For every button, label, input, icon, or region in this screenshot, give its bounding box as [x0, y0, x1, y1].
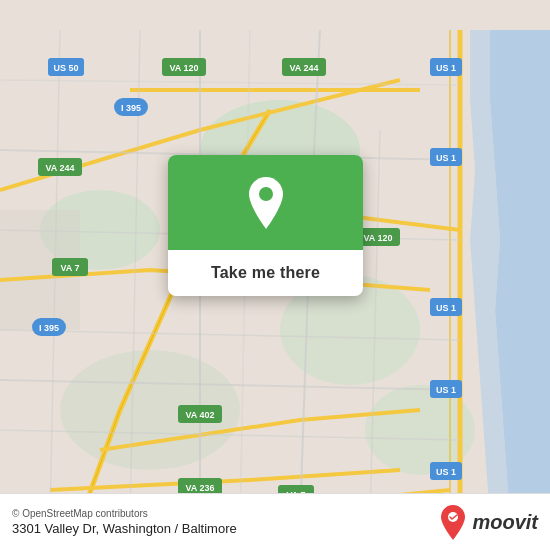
bottom-bar: © OpenStreetMap contributors 3301 Valley… — [0, 493, 550, 550]
popup-card-body: Take me there — [168, 250, 363, 296]
svg-text:US 1: US 1 — [436, 303, 456, 313]
svg-text:VA 244: VA 244 — [289, 63, 318, 73]
svg-text:I 395: I 395 — [121, 103, 141, 113]
address-label: 3301 Valley Dr, Washington / Baltimore — [12, 521, 237, 536]
map-container: US 50 VA 120 VA 244 US 1 VA 244 I 395 VA… — [0, 0, 550, 550]
svg-text:VA 120: VA 120 — [169, 63, 198, 73]
svg-text:VA 236: VA 236 — [185, 483, 214, 493]
bottom-info: © OpenStreetMap contributors 3301 Valley… — [12, 508, 237, 536]
svg-point-39 — [259, 187, 273, 201]
osm-credit: © OpenStreetMap contributors — [12, 508, 237, 519]
popup-card: Take me there — [168, 155, 363, 296]
svg-text:I 395: I 395 — [39, 323, 59, 333]
location-pin-icon — [242, 175, 290, 231]
svg-text:US 1: US 1 — [436, 467, 456, 477]
svg-text:US 1: US 1 — [436, 385, 456, 395]
svg-text:VA 402: VA 402 — [185, 410, 214, 420]
popup-card-header — [168, 155, 363, 250]
svg-text:US 1: US 1 — [436, 153, 456, 163]
svg-text:VA 120: VA 120 — [363, 233, 392, 243]
moovit-logo: moovit — [438, 504, 538, 540]
take-me-there-button[interactable]: Take me there — [211, 264, 320, 281]
moovit-text: moovit — [472, 511, 538, 534]
svg-text:US 50: US 50 — [53, 63, 78, 73]
moovit-pin-icon — [438, 504, 468, 540]
svg-text:VA 7: VA 7 — [60, 263, 79, 273]
svg-text:US 1: US 1 — [436, 63, 456, 73]
svg-text:VA 244: VA 244 — [45, 163, 74, 173]
